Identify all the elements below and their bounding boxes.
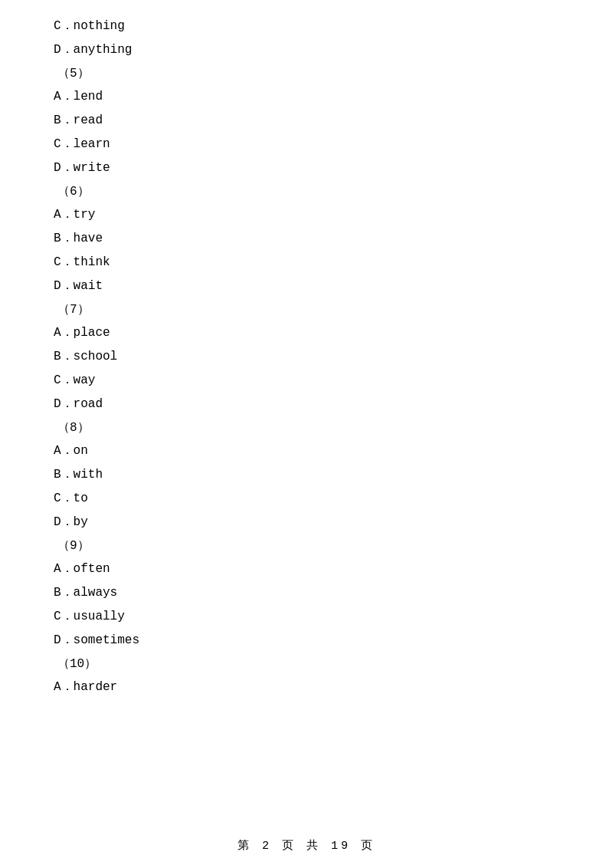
q5-line: （5） bbox=[57, 63, 559, 85]
d-anything-line: D．anything bbox=[54, 39, 559, 61]
d-write-line: D．write bbox=[54, 157, 559, 179]
c-think-line: C．think bbox=[54, 252, 559, 274]
b-always-line: B．always bbox=[54, 582, 559, 604]
a-place-line: A．place bbox=[54, 322, 559, 344]
c-learn-line: C．learn bbox=[54, 133, 559, 156]
b-read-line: B．read bbox=[54, 110, 559, 132]
b-with-line: B．with bbox=[54, 464, 559, 486]
page-content: C．nothing D．anything （5） A．lend B．read C… bbox=[0, 0, 613, 746]
c-to-line: C．to bbox=[54, 488, 559, 510]
d-wait-line: D．wait bbox=[54, 275, 559, 298]
d-by-line: D．by bbox=[54, 511, 559, 534]
q9-line: （9） bbox=[57, 535, 559, 557]
c-way-line: C．way bbox=[54, 370, 559, 392]
b-school-line: B．school bbox=[54, 346, 559, 368]
q10-line: （10） bbox=[57, 653, 559, 676]
a-lend-line: A．lend bbox=[54, 86, 559, 108]
q7-line: （7） bbox=[57, 299, 559, 321]
q8-line: （8） bbox=[57, 417, 559, 439]
c-usually-line: C．usually bbox=[54, 606, 559, 628]
page-footer: 第 2 页 共 19 页 bbox=[0, 838, 613, 853]
a-on-line: A．on bbox=[54, 440, 559, 462]
q6-line: （6） bbox=[57, 181, 559, 203]
a-often-line: A．often bbox=[54, 558, 559, 580]
b-have-line: B．have bbox=[54, 228, 559, 250]
a-harder-line: A．harder bbox=[54, 676, 559, 699]
d-road-line: D．road bbox=[54, 393, 559, 416]
d-sometimes-line: D．sometimes bbox=[54, 630, 559, 652]
c-nothing-line: C．nothing bbox=[54, 15, 559, 38]
a-try-line: A．try bbox=[54, 204, 559, 226]
